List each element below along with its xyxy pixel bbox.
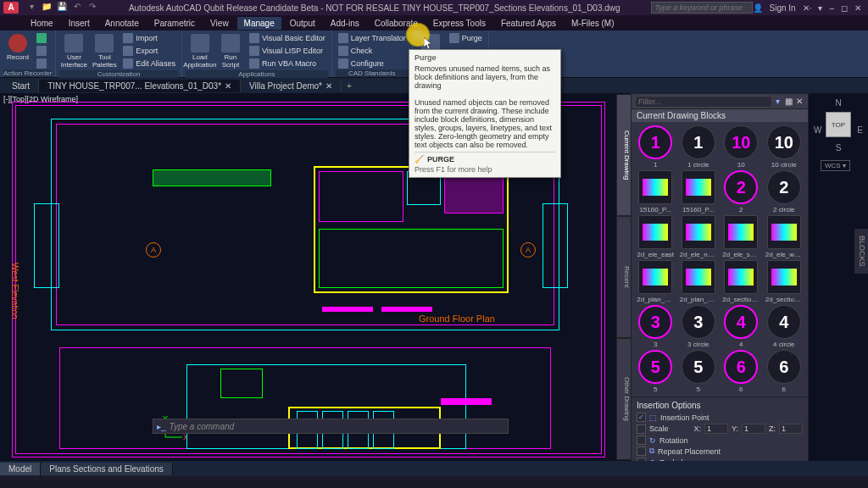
block-item[interactable]: 15160_P... bbox=[678, 170, 720, 214]
file-tab[interactable]: Start bbox=[3, 80, 39, 92]
help-search-input[interactable] bbox=[651, 2, 753, 14]
blocks-side-tab[interactable]: BLOCKS bbox=[854, 229, 868, 274]
play-button[interactable] bbox=[34, 32, 49, 44]
scale-x-input[interactable] bbox=[704, 424, 728, 434]
viewcube-top[interactable]: TOP bbox=[826, 112, 851, 137]
app-logo[interactable]: A bbox=[3, 2, 19, 14]
palette-tab-recent[interactable]: Recent bbox=[616, 216, 632, 338]
block-item[interactable]: 66 bbox=[764, 350, 805, 393]
scale-checkbox[interactable] bbox=[637, 424, 646, 434]
block-item[interactable]: 55 bbox=[635, 350, 676, 393]
block-item[interactable]: 22 circle bbox=[764, 170, 805, 214]
layout-tabs: ModelPlans Sections and Elevations bbox=[0, 461, 868, 476]
configure-button[interactable]: Configure bbox=[336, 58, 409, 69]
block-item[interactable]: 11 bbox=[635, 125, 676, 169]
record-button[interactable]: Record bbox=[3, 32, 32, 69]
menu-tab-manage[interactable]: Manage bbox=[237, 17, 281, 30]
signin-icon[interactable]: 👤 bbox=[753, 3, 763, 13]
help-icon[interactable]: ▾ bbox=[818, 3, 822, 13]
menu-tab-view[interactable]: View bbox=[203, 17, 236, 30]
close-tab-icon[interactable]: ✕ bbox=[326, 81, 332, 91]
visual-lisp-editor-button[interactable]: Visual LISP Editor bbox=[247, 45, 328, 57]
action-preferences[interactable] bbox=[34, 45, 49, 57]
visual-basic-editor-button[interactable]: Visual Basic Editor bbox=[247, 32, 328, 44]
qat-undo-icon[interactable]: ↶ bbox=[71, 2, 83, 14]
command-line[interactable]: ▸_ Type a command bbox=[153, 419, 509, 434]
menu-tab-express-tools[interactable]: Express Tools bbox=[426, 17, 492, 30]
import-button[interactable]: Import bbox=[120, 32, 178, 44]
signin-link[interactable]: Sign In bbox=[770, 3, 796, 13]
scale-z-input[interactable] bbox=[779, 424, 803, 434]
action-tree[interactable] bbox=[34, 58, 49, 69]
viewcube[interactable]: N S E W TOP WCS ▾ bbox=[814, 98, 863, 171]
close-button[interactable]: ✕ bbox=[854, 3, 861, 13]
load-application-button[interactable]: Load Application bbox=[186, 32, 214, 70]
menu-tab-featured-apps[interactable]: Featured Apps bbox=[494, 17, 563, 30]
menu-tab-output[interactable]: Output bbox=[283, 17, 322, 30]
block-item[interactable]: 2d_section... bbox=[764, 260, 805, 303]
edit-aliases-button[interactable]: Edit Aliases bbox=[120, 58, 178, 69]
block-item[interactable]: 1010 circle bbox=[764, 125, 805, 169]
block-item[interactable]: 2d_ele_west bbox=[764, 215, 805, 258]
quick-access-toolbar: ▾ 📁 💾 ↶ ↷ bbox=[25, 2, 98, 14]
palette-tab-current-drawing[interactable]: Current Drawing bbox=[616, 94, 632, 216]
file-tab[interactable]: Villa Project Demo*✕ bbox=[241, 80, 342, 92]
new-tab-button[interactable]: + bbox=[342, 80, 357, 92]
export-button[interactable]: Export bbox=[120, 45, 178, 57]
block-item[interactable]: 2d_plan_GF bbox=[635, 260, 676, 303]
check-button[interactable]: Check bbox=[336, 45, 409, 57]
block-item[interactable]: 2d_ele_south bbox=[721, 215, 762, 258]
block-item[interactable]: 15160_P... bbox=[635, 170, 676, 214]
qat-redo-icon[interactable]: ↷ bbox=[86, 2, 98, 14]
palette-tab-other-drawing[interactable]: Other Drawing bbox=[616, 338, 632, 460]
block-item[interactable]: 66 bbox=[721, 350, 762, 393]
block-item[interactable]: 33 circle bbox=[678, 305, 720, 348]
menu-tab-parametric[interactable]: Parametric bbox=[147, 17, 202, 30]
filter-dropdown-icon[interactable]: ▾ bbox=[772, 97, 783, 106]
palette-filter-input[interactable] bbox=[635, 96, 772, 108]
block-item[interactable]: 55 bbox=[678, 350, 720, 393]
block-item[interactable]: 2d_plan_m... bbox=[678, 260, 720, 303]
panel-action-recorder: Record Action Recorder bbox=[0, 30, 56, 77]
block-item[interactable]: 2d_ele_east bbox=[635, 215, 676, 258]
menu-tab-annotate[interactable]: Annotate bbox=[98, 17, 146, 30]
qat-new-icon[interactable]: ▾ bbox=[25, 2, 37, 14]
insertion-options: Insertion Options ✓⬚Insertion Point Scal… bbox=[632, 396, 808, 469]
rotation-checkbox[interactable] bbox=[637, 435, 646, 445]
block-item[interactable]: 33 bbox=[635, 305, 676, 348]
block-item[interactable]: 22 bbox=[721, 170, 762, 214]
scale-y-input[interactable] bbox=[742, 424, 765, 434]
tool-palettes-button[interactable]: Tool Palettes bbox=[90, 32, 119, 70]
layout-tab[interactable]: Model bbox=[0, 463, 41, 475]
run-vba-macro-button[interactable]: Run VBA Macro bbox=[247, 58, 328, 69]
block-item[interactable]: 2d_ele_north bbox=[678, 215, 720, 258]
menu-tab-collaborate[interactable]: Collaborate bbox=[368, 17, 425, 30]
palette-grid-icon[interactable]: ▦ bbox=[783, 97, 794, 106]
menu-tab-add-ins[interactable]: Add-ins bbox=[324, 17, 366, 30]
block-item[interactable]: 44 bbox=[721, 305, 762, 348]
exchange-icon[interactable]: ✕· bbox=[803, 3, 812, 13]
layer-translator-button[interactable]: Layer Translator bbox=[336, 32, 409, 44]
layout-tab[interactable]: Plans Sections and Elevations bbox=[41, 463, 173, 475]
insertion-point-checkbox[interactable]: ✓ bbox=[637, 413, 646, 422]
block-item[interactable]: 1010 bbox=[721, 125, 762, 169]
qat-open-icon[interactable]: 📁 bbox=[41, 2, 53, 14]
repeat-checkbox[interactable] bbox=[637, 446, 646, 456]
wcs-dropdown[interactable]: WCS ▾ bbox=[821, 160, 850, 171]
menu-tab-home[interactable]: Home bbox=[24, 17, 60, 30]
maximize-button[interactable]: ◻ bbox=[841, 3, 848, 13]
user-interface-button[interactable]: User Interface bbox=[59, 32, 88, 70]
menu-tab-insert[interactable]: Insert bbox=[62, 17, 97, 30]
block-item[interactable]: 11 circle bbox=[678, 125, 720, 169]
purge-button[interactable]: Purge bbox=[447, 32, 485, 44]
run-script-button[interactable]: Run Script bbox=[216, 32, 245, 70]
menu-tab-m-files-(m)[interactable]: M-Files (M) bbox=[565, 17, 621, 30]
close-tab-icon[interactable]: ✕ bbox=[225, 81, 231, 91]
minimize-button[interactable]: – bbox=[829, 3, 834, 13]
palette-close-icon[interactable]: ✕ bbox=[794, 97, 804, 106]
block-item[interactable]: 2d_section... bbox=[721, 260, 762, 303]
block-item[interactable]: 44 circle bbox=[764, 305, 805, 348]
qat-save-icon[interactable]: 💾 bbox=[56, 2, 68, 14]
file-tab[interactable]: TINY HOUSE_TRP007... Elevations_01_D03*✕ bbox=[39, 80, 241, 92]
marker-a-right: A bbox=[520, 242, 536, 258]
